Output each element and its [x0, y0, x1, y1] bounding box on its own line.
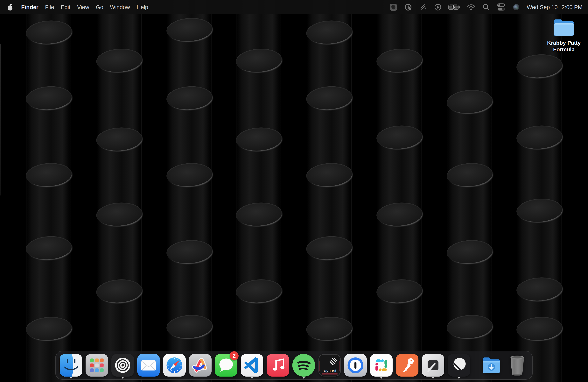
spotify-icon [292, 353, 315, 377]
wallpaper-column [97, 0, 142, 382]
wifi-icon[interactable] [466, 3, 476, 11]
arc-browser-icon [189, 354, 211, 377]
dock-divider [475, 354, 475, 376]
desktop-folder-label: Krabby Patty Formula [545, 40, 583, 53]
launchpad-icon [85, 354, 108, 377]
clock-time: 2:00 PM [562, 4, 583, 11]
dock-item-trash[interactable] [504, 351, 530, 379]
raycast-icon [318, 354, 341, 377]
wallpaper-column [517, 0, 562, 382]
raycast-wordmark: raycast [316, 368, 342, 373]
dock-item-downloads-folder[interactable] [478, 351, 504, 379]
vscode-icon [241, 354, 263, 377]
zed-icon [422, 354, 444, 377]
downloads-folder-icon [481, 354, 502, 376]
finder-icon [60, 354, 82, 377]
menu-edit[interactable]: Edit [57, 4, 74, 11]
dock-item-slack[interactable] [368, 351, 394, 379]
wallpaper-column [447, 0, 492, 382]
dock-item-postman[interactable] [394, 351, 420, 379]
wallpaper-column [167, 0, 212, 382]
safari-icon [163, 354, 186, 377]
wallpaper-column [236, 0, 281, 382]
dock-item-mail[interactable] [136, 351, 161, 379]
folder-icon [552, 18, 576, 37]
linear-icon [448, 354, 470, 377]
concentric-circles-app-icon [111, 354, 134, 377]
wallpaper-edge-cylinder [0, 44, 1, 195]
trash-icon [507, 354, 528, 376]
apple-music-icon [267, 354, 289, 377]
menu-go[interactable]: Go [93, 4, 107, 11]
dock-item-linear[interactable] [446, 351, 472, 379]
sunburst-app-icon[interactable] [389, 3, 398, 11]
wallpaper-column [377, 0, 422, 382]
dock-item-safari[interactable] [161, 351, 187, 379]
dock: 2 [55, 351, 533, 380]
dock-item-apple-music[interactable] [265, 351, 291, 379]
menu-file[interactable]: File [42, 4, 58, 11]
apple-menu-icon[interactable] [5, 3, 18, 11]
menu-bar-left: Finder File Edit View Go Window Help [5, 3, 151, 11]
wallpaper [0, 0, 588, 382]
menu-view[interactable]: View [74, 4, 92, 11]
menu-finder[interactable]: Finder [18, 4, 42, 11]
battery-charging-icon[interactable] [448, 3, 460, 11]
onepassword-lock-icon[interactable] [404, 3, 413, 12]
1password-icon [344, 354, 367, 377]
wallpaper-column [26, 0, 71, 382]
dock-item-finder[interactable] [58, 351, 84, 379]
menu-bar: Finder File Edit View Go Window Help [0, 0, 588, 14]
desktop-folder-krabby-patty[interactable]: Krabby Patty Formula [545, 18, 583, 53]
dock-item-raycast[interactable]: raycast [316, 351, 342, 379]
menu-bar-status: Wed Sep 10 2:00 PM [389, 3, 583, 12]
notification-badge: 2 [230, 351, 239, 360]
wallpaper-column [307, 0, 352, 382]
spotlight-search-icon[interactable] [482, 3, 490, 11]
postman-icon [396, 354, 419, 377]
menu-help[interactable]: Help [133, 4, 152, 11]
menu-window[interactable]: Window [106, 4, 133, 11]
siri-icon[interactable] [512, 3, 521, 11]
dock-item-messages[interactable]: 2 [213, 351, 239, 379]
dock-item-concentric-circles-app[interactable] [110, 351, 136, 379]
mail-icon [137, 354, 160, 377]
now-playing-icon[interactable] [434, 3, 442, 11]
menu-bar-clock[interactable]: Wed Sep 10 2:00 PM [527, 4, 583, 11]
macos-desktop: Finder File Edit View Go Window Help [0, 0, 588, 382]
dock-item-1password[interactable] [342, 351, 368, 379]
striped-plane-icon[interactable] [419, 3, 428, 11]
slack-icon [370, 354, 393, 377]
clock-date: Wed Sep 10 [527, 4, 558, 11]
control-center-icon[interactable] [496, 3, 506, 11]
dock-item-spotify[interactable] [291, 351, 316, 379]
dock-item-launchpad[interactable] [84, 351, 110, 379]
dock-item-arc-browser[interactable] [187, 351, 213, 379]
dock-item-zed[interactable] [420, 351, 446, 379]
dock-item-vscode[interactable] [239, 351, 265, 379]
